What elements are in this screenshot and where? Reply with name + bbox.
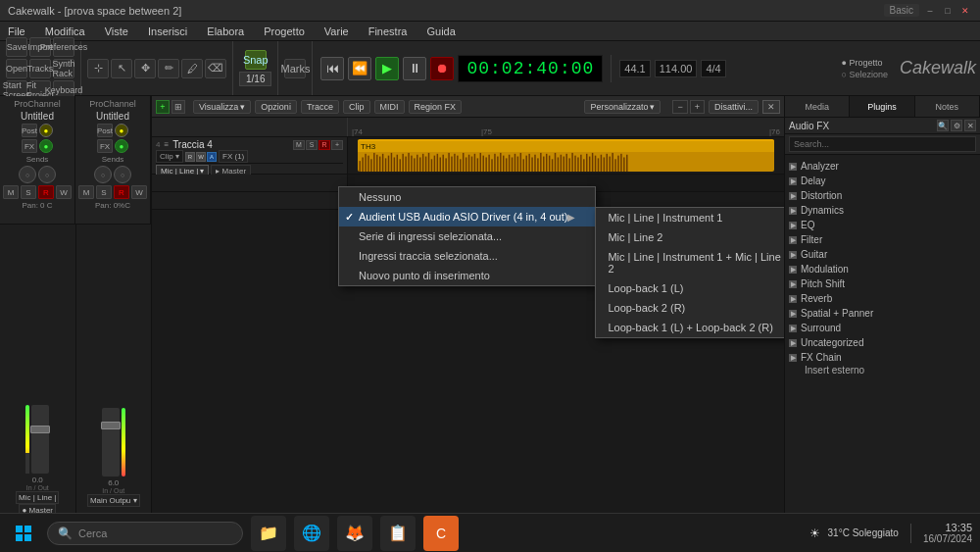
rec-left[interactable]: R bbox=[38, 185, 54, 199]
maximize-button[interactable]: □ bbox=[941, 4, 955, 18]
minimize-button[interactable]: – bbox=[923, 4, 937, 18]
taskbar-app-3[interactable]: 📋 bbox=[380, 516, 416, 551]
smart-tool[interactable]: ⊹ bbox=[87, 59, 109, 78]
fx-cat-eq[interactable]: ▶ EQ bbox=[789, 218, 976, 232]
back-button[interactable]: ⏪ bbox=[348, 57, 371, 80]
menu-viste[interactable]: Viste bbox=[101, 24, 132, 39]
sub-mic-line-2[interactable]: Mic | Line 2 2 R bbox=[596, 227, 784, 247]
track-4-r[interactable]: R bbox=[185, 152, 195, 162]
fx-button-right[interactable]: FX bbox=[97, 139, 113, 153]
zoom-in-btn[interactable]: + bbox=[690, 100, 705, 114]
fx-cat-distortion[interactable]: ▶ Distortion bbox=[789, 188, 976, 203]
ingressi-traccia-option[interactable]: Ingressi traccia selezionata... bbox=[339, 246, 595, 266]
insert-external-item[interactable]: Insert esterno bbox=[789, 365, 976, 376]
save-button[interactable]: Save bbox=[6, 37, 27, 57]
snap-button[interactable]: Snap bbox=[245, 50, 267, 70]
rewind-button[interactable]: ⏮ bbox=[320, 57, 344, 80]
menu-varie[interactable]: Varie bbox=[320, 24, 353, 39]
fx-cat-fx-chain[interactable]: ▶ FX Chain bbox=[789, 350, 976, 365]
media-tab[interactable]: Media bbox=[785, 96, 850, 117]
move-tool[interactable]: ✥ bbox=[134, 59, 156, 78]
fader-right[interactable] bbox=[102, 408, 120, 477]
fx-cat-dynamics[interactable]: ▶ Dynamics bbox=[789, 203, 976, 218]
active-indicator-right[interactable]: ● bbox=[115, 139, 128, 153]
synth-rack-button[interactable]: Synth Rack bbox=[53, 59, 74, 78]
menu-progetto[interactable]: Progetto bbox=[260, 24, 309, 39]
open-button[interactable]: Open bbox=[6, 59, 27, 78]
power-button-right[interactable]: ● bbox=[115, 124, 128, 137]
menu-finestra[interactable]: Finestra bbox=[365, 24, 412, 39]
track-4-w[interactable]: W bbox=[196, 152, 206, 162]
fx-cat-delay[interactable]: ▶ Delay bbox=[789, 174, 976, 188]
send-knob-2[interactable]: ○ bbox=[38, 166, 56, 183]
sub-mic-line-1[interactable]: Mic | Line | Instrument 1 1 L bbox=[596, 208, 784, 227]
marks-button[interactable]: Marks bbox=[284, 59, 306, 78]
preferences-button[interactable]: Preferences bbox=[53, 37, 74, 57]
send-knob-4[interactable]: ○ bbox=[114, 166, 131, 183]
tracks-button[interactable]: Tracks bbox=[29, 59, 51, 78]
fx-cat-modulation[interactable]: ▶ Modulation bbox=[789, 262, 976, 276]
clip-btn[interactable]: Clip bbox=[343, 100, 370, 114]
sub-loopback-1l[interactable]: Loop-back 1 (L) 3 L bbox=[596, 278, 784, 298]
active-indicator-left[interactable]: ● bbox=[39, 139, 53, 153]
zoom-out-btn[interactable]: − bbox=[672, 100, 687, 114]
track-4-rec[interactable]: R bbox=[318, 140, 330, 150]
menu-guida[interactable]: Guida bbox=[422, 24, 459, 39]
draw-tool[interactable]: 🖊 bbox=[181, 59, 203, 78]
fx-search-btn[interactable]: 🔍 bbox=[937, 120, 949, 131]
track-4-a[interactable]: A bbox=[207, 152, 217, 162]
mute-left[interactable]: M bbox=[3, 185, 19, 199]
midi-btn[interactable]: MIDI bbox=[374, 100, 405, 114]
mute-right[interactable]: M bbox=[78, 185, 94, 199]
taskbar-search[interactable]: 🔍 Cerca bbox=[47, 522, 243, 545]
sub-loopback-2r[interactable]: Loop-back 2 (R) 4 R bbox=[596, 298, 784, 318]
sub-loopback-12[interactable]: Loop-back 1 (L) + Loop-back 2 (R) 3+4 S bbox=[596, 318, 784, 337]
taskbar-browser[interactable]: 🌐 bbox=[294, 516, 329, 551]
fx-cat-spatial[interactable]: ▶ Spatial + Panner bbox=[789, 306, 976, 321]
disattiva-btn[interactable]: Disattivi... bbox=[709, 100, 759, 114]
snap-value[interactable]: 1/16 bbox=[239, 72, 271, 86]
taskbar-apps[interactable]: 📁 bbox=[251, 516, 286, 551]
fx-button-left[interactable]: FX bbox=[22, 139, 37, 153]
fx-close-btn[interactable]: ✕ bbox=[964, 120, 976, 131]
taskbar-firefox[interactable]: 🦊 bbox=[337, 516, 372, 551]
post-button-right[interactable]: Post bbox=[97, 124, 113, 137]
read-left[interactable]: W bbox=[56, 185, 72, 199]
track-4-mute[interactable]: M bbox=[293, 140, 305, 150]
fx-cat-analyzer[interactable]: ▶ Analyzer bbox=[789, 159, 976, 174]
erase-tool[interactable]: ⌫ bbox=[205, 59, 226, 78]
fx-cat-surround[interactable]: ▶ Surround bbox=[789, 321, 976, 335]
add-track-button[interactable]: + bbox=[156, 100, 170, 114]
nuovo-punto-option[interactable]: Nuovo punto di inserimento bbox=[339, 266, 595, 285]
edit-tool[interactable]: ✏ bbox=[158, 59, 179, 78]
fx-cat-reverb[interactable]: ▶ Reverb bbox=[789, 291, 976, 306]
fx-search-input[interactable] bbox=[789, 136, 976, 152]
pause-button[interactable]: ⏸ bbox=[403, 57, 426, 80]
select-tool[interactable]: ↖ bbox=[111, 59, 132, 78]
input-label-left[interactable]: Mic | Line | bbox=[16, 491, 59, 504]
track-4-solo[interactable]: S bbox=[306, 140, 318, 150]
fx-cat-guitar[interactable]: ▶ Guitar bbox=[789, 247, 976, 262]
menu-inserisci[interactable]: Inserisci bbox=[144, 24, 191, 39]
menu-elabora[interactable]: Elabora bbox=[203, 24, 248, 39]
track-4-fx[interactable]: FX (1) bbox=[219, 150, 248, 163]
track-4-clip[interactable]: TH3 bbox=[358, 139, 774, 172]
taskbar-app-4[interactable]: C bbox=[423, 516, 459, 551]
rec-right[interactable]: R bbox=[114, 185, 129, 199]
tempo-display[interactable]: 114.00 bbox=[655, 60, 698, 77]
time-sig-display[interactable]: 4/4 bbox=[701, 60, 725, 77]
nessuno-option[interactable]: Nessuno bbox=[339, 187, 595, 207]
solo-right[interactable]: S bbox=[96, 185, 112, 199]
start-button[interactable] bbox=[8, 518, 39, 549]
post-button-left[interactable]: Post bbox=[22, 124, 37, 137]
serie-ingressi-option[interactable]: Serie di ingressi selezionata... bbox=[339, 226, 595, 246]
fx-cat-uncategorized[interactable]: ▶ Uncategorized bbox=[789, 335, 976, 350]
fx-cat-pitch[interactable]: ▶ Pitch Shift bbox=[789, 276, 976, 291]
record-button[interactable]: ⏺ bbox=[430, 57, 454, 80]
fx-options-btn[interactable]: ⚙ bbox=[951, 120, 962, 131]
asio-driver-option[interactable]: ✓ Audient USB Audio ASIO Driver (4 in, 4… bbox=[339, 207, 595, 226]
plugins-tab[interactable]: Plugins bbox=[850, 96, 914, 117]
grid-button[interactable]: ⊞ bbox=[172, 100, 185, 114]
opzioni-btn[interactable]: Opzioni bbox=[255, 100, 297, 114]
close-panel-btn[interactable]: ✕ bbox=[762, 100, 780, 114]
